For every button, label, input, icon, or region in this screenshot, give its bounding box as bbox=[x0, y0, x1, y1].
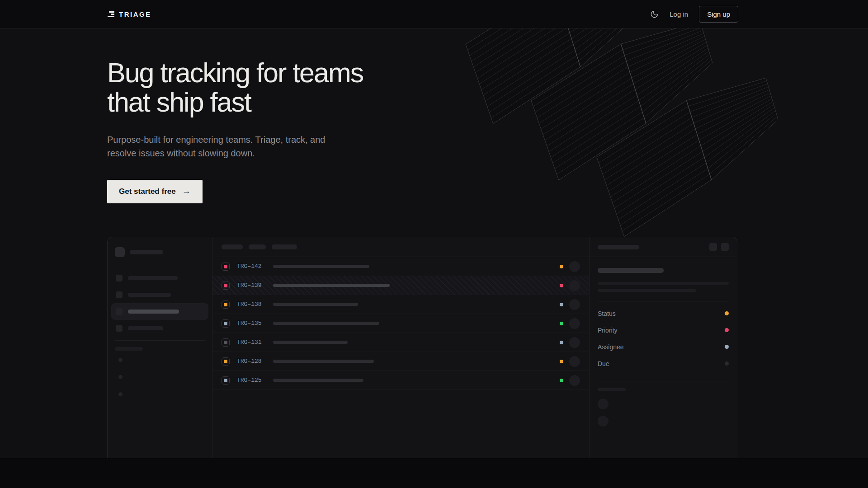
issue-avatar bbox=[569, 375, 580, 386]
hero-subtitle-line1: Purpose-built for engineering teams. Tri… bbox=[107, 135, 325, 145]
sidebar-dot-skeleton bbox=[118, 392, 123, 396]
detail-button-skeleton bbox=[709, 243, 717, 251]
issue-id: TRG–128 bbox=[237, 358, 268, 365]
preview-detail-panel: Status Priority Assignee Due bbox=[590, 237, 737, 458]
issue-row: TRG–139 bbox=[212, 276, 589, 295]
sidebar-nav-item bbox=[111, 270, 208, 286]
issue-id: TRG–135 bbox=[237, 320, 268, 327]
filter-pill-skeleton bbox=[222, 244, 243, 249]
divider bbox=[598, 301, 729, 301]
detail-section-label-skeleton bbox=[598, 388, 626, 391]
issue-title-skeleton bbox=[273, 284, 390, 287]
signup-button[interactable]: Sign up bbox=[699, 6, 738, 23]
issue-status-dot bbox=[560, 341, 563, 344]
issue-row: TRG–135 bbox=[212, 314, 589, 333]
issue-id: TRG–142 bbox=[237, 263, 268, 270]
detail-button-skeleton bbox=[721, 243, 729, 251]
nav-item-icon bbox=[116, 325, 123, 332]
issue-id: TRG–138 bbox=[237, 301, 268, 308]
detail-title-skeleton bbox=[598, 268, 664, 273]
get-started-button[interactable]: Get started free → bbox=[107, 180, 203, 203]
detail-field-row: Assignee bbox=[598, 338, 729, 355]
issue-avatar bbox=[569, 299, 580, 310]
detail-field-row: Due bbox=[598, 355, 729, 372]
hero-title-line2: that ship fast bbox=[107, 87, 251, 117]
issue-id: TRG–131 bbox=[237, 339, 268, 346]
issue-type-icon bbox=[222, 300, 230, 309]
detail-field-row: Status bbox=[598, 305, 729, 322]
page-footer bbox=[0, 459, 868, 488]
issue-status-dot bbox=[560, 303, 563, 306]
moon-icon bbox=[650, 10, 659, 19]
sidebar-dot-skeleton bbox=[118, 375, 123, 379]
issue-type-icon bbox=[222, 357, 230, 366]
workspace-name-skeleton bbox=[130, 250, 163, 254]
filter-pill-skeleton bbox=[249, 244, 266, 249]
nav-item-skeleton bbox=[128, 310, 179, 314]
sidebar-section-label-skeleton bbox=[115, 347, 143, 351]
issue-type-icon bbox=[222, 282, 230, 290]
preview-workspace-row bbox=[108, 246, 212, 258]
divider bbox=[115, 340, 205, 341]
sidebar-dot-skeleton bbox=[118, 358, 123, 362]
issue-type-icon bbox=[222, 376, 230, 385]
login-link[interactable]: Log in bbox=[670, 10, 688, 18]
issue-title-skeleton bbox=[273, 341, 348, 344]
issue-type-icon bbox=[222, 338, 230, 347]
triage-logo-icon bbox=[107, 11, 114, 17]
theme-toggle-button[interactable] bbox=[650, 10, 659, 19]
issue-status-dot bbox=[560, 265, 563, 268]
hero-section: Bug tracking for teamsthat ship fast Pur… bbox=[0, 28, 868, 458]
issue-status-dot bbox=[560, 360, 563, 363]
hero-subtitle: Purpose-built for engineering teams. Tri… bbox=[107, 133, 868, 160]
sidebar-nav-item-active bbox=[111, 303, 208, 320]
detail-text-skeleton bbox=[598, 289, 696, 292]
nav-item-skeleton bbox=[128, 326, 163, 330]
issue-type-icon bbox=[222, 319, 230, 328]
preview-sidebar-nav bbox=[108, 266, 212, 340]
detail-avatar-skeleton bbox=[598, 399, 609, 409]
issue-title-skeleton bbox=[273, 379, 363, 382]
detail-field-dot bbox=[725, 311, 729, 315]
detail-header bbox=[590, 237, 737, 257]
issue-status-dot bbox=[560, 322, 563, 325]
issue-avatar bbox=[569, 356, 580, 367]
issue-row: TRG–142 bbox=[212, 257, 589, 276]
issue-row: TRG–125 bbox=[212, 371, 589, 390]
workspace-icon bbox=[115, 247, 125, 257]
nav-item-icon bbox=[116, 291, 123, 298]
sidebar-nav-item bbox=[111, 286, 208, 303]
hero-subtitle-line2: resolve issues without slowing down. bbox=[107, 148, 255, 158]
detail-header-buttons bbox=[709, 243, 729, 251]
brand-name: TRIAGE bbox=[119, 10, 151, 18]
detail-field-label: Priority bbox=[598, 327, 618, 334]
issue-rows: TRG–142 TRG–139 TRG–138 TRG–135 TRG–131 … bbox=[212, 257, 589, 390]
issue-title-skeleton bbox=[273, 303, 358, 306]
issue-title-skeleton bbox=[273, 360, 374, 363]
detail-fields: Status Priority Assignee Due bbox=[598, 305, 729, 372]
brand-logo[interactable]: TRIAGE bbox=[107, 10, 151, 18]
detail-field-dot bbox=[725, 361, 729, 366]
detail-field-dot bbox=[725, 328, 729, 332]
detail-field-label: Status bbox=[598, 310, 616, 317]
get-started-label: Get started free bbox=[119, 187, 176, 196]
divider bbox=[598, 381, 729, 381]
top-nav: TRIAGE Log in Sign up bbox=[0, 0, 868, 28]
sidebar-nav-item bbox=[111, 320, 208, 337]
nav-item-icon bbox=[116, 308, 123, 315]
issue-status-dot bbox=[560, 379, 563, 382]
issue-avatar bbox=[569, 318, 580, 329]
issue-status-dot bbox=[560, 284, 563, 287]
preview-sidebar bbox=[108, 237, 212, 458]
issue-row: TRG–138 bbox=[212, 295, 589, 314]
detail-field-dot bbox=[725, 345, 729, 349]
issue-id: TRG–125 bbox=[237, 377, 268, 384]
nav-item-skeleton bbox=[128, 293, 171, 297]
detail-field-row: Priority bbox=[598, 322, 729, 338]
detail-field-label: Due bbox=[598, 360, 609, 367]
issue-title-skeleton bbox=[273, 265, 369, 268]
detail-field-label: Assignee bbox=[598, 343, 624, 351]
hero-title: Bug tracking for teamsthat ship fast bbox=[107, 58, 868, 117]
issue-id: TRG–139 bbox=[237, 282, 268, 289]
issue-title-skeleton bbox=[273, 322, 379, 325]
